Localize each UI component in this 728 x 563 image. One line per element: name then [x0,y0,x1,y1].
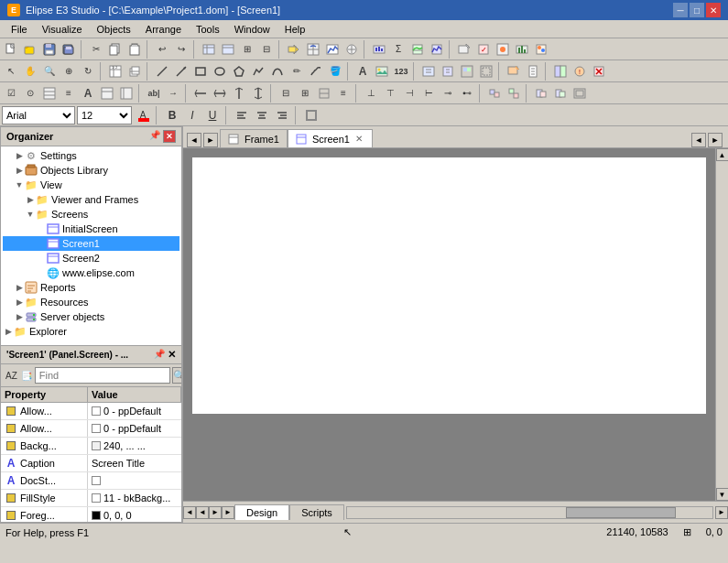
tb-r3-24[interactable] [485,84,504,103]
select-tool[interactable]: ↖ [2,62,20,81]
props-search-button[interactable]: 🔍 [172,367,182,384]
tb-btn-12[interactable] [428,40,446,59]
tb-r3-1[interactable]: ☑ [2,84,20,103]
redo-button[interactable]: ↪ [172,40,190,59]
draw-line[interactable] [153,62,171,81]
tab-scroll-left[interactable]: ◄ [691,133,706,147]
tb-btn-17[interactable] [532,40,550,59]
tb-r3-5[interactable]: A [79,84,97,103]
tb-r2-2[interactable] [419,62,438,81]
expand-resources[interactable]: ▶ [14,297,25,308]
tb-r2-5[interactable] [477,62,495,81]
expand-reports[interactable]: ▶ [14,282,25,293]
menu-window[interactable]: Window [227,22,277,37]
hscroll-left-btn[interactable]: ◄ [183,506,196,519]
tb-r3-8[interactable]: ab| [145,84,163,103]
maximize-button[interactable]: □ [690,3,704,17]
menu-help[interactable]: Help [277,22,313,37]
size-select[interactable]: 12 [77,106,132,125]
props-close[interactable]: ✕ [168,349,176,361]
menu-tools[interactable]: Tools [189,22,227,37]
tb-btn-5[interactable] [285,40,303,59]
tab-frame1[interactable]: Frame1 [220,129,288,147]
tb-btn-3[interactable]: ⊞ [238,40,256,59]
tb-r2-9[interactable]: ! [570,62,589,81]
tb-r3-21[interactable]: ⊢ [419,84,438,103]
bottom-tab-scripts[interactable]: Scripts [289,504,344,520]
font-color-btn[interactable]: A [134,106,152,125]
paste-button[interactable] [125,40,144,59]
tb-btn-7[interactable] [323,40,342,59]
tb-r2-8[interactable] [551,62,570,81]
expand-objects[interactable]: ▶ [14,165,25,176]
canvas-area[interactable] [183,148,715,501]
tb-r2-4[interactable] [458,62,476,81]
tb-r3-22[interactable]: ⊸ [439,84,457,103]
rotate-tool[interactable]: ↻ [79,62,97,81]
expand-viewer[interactable]: ▶ [25,194,36,205]
draw-rect[interactable] [191,62,210,81]
tb-btn-8[interactable] [342,40,361,59]
tb-r3-14[interactable]: ⊟ [277,84,295,103]
tb-btn-6[interactable] [304,40,322,59]
align-center[interactable] [253,106,271,125]
expand-screens[interactable]: ▼ [25,209,36,220]
hscroll-thumb[interactable] [566,507,676,518]
underline-button[interactable]: U [203,106,222,125]
tab-screen1[interactable]: Screen1 ✕ [288,129,373,147]
tree-item-reports[interactable]: ▶ Reports [3,280,179,295]
vertical-scrollbar[interactable]: ▲ ▼ [715,148,728,501]
draw-freehand[interactable] [307,62,325,81]
copy-button[interactable] [106,40,125,59]
prop-value-0[interactable]: 0 - ppDefault [88,403,181,419]
tb-r3-10[interactable] [191,84,210,103]
open-button[interactable] [21,40,39,59]
prop-value-5[interactable]: 11 - bkBackg... [88,490,181,506]
tb-r3-4[interactable]: ≡ [60,84,78,103]
draw-arrow[interactable] [172,62,190,81]
prop-value-2[interactable]: 240, ... ... [88,438,181,454]
tab-nav-left[interactable]: ◄ [187,133,201,147]
tb-r3-3[interactable] [40,84,59,103]
tb-r3-18[interactable]: ⊥ [362,84,380,103]
tree-item-explorer[interactable]: ▶ 📁 Explorer [3,324,179,339]
paint-bucket[interactable]: 🪣 [326,62,344,81]
tb-r3-6[interactable] [98,84,116,103]
tree-item-objects-library[interactable]: ▶ Objects Library [3,163,179,178]
tb-r2-6[interactable] [505,62,523,81]
tree-item-view[interactable]: ▼ 📁 View [3,178,179,192]
props-pin-icon[interactable]: 📌 [154,349,165,361]
tb-btn-1[interactable] [200,40,218,59]
tb-r2-7[interactable] [524,62,542,81]
pin-icon[interactable]: 📌 [149,130,160,143]
bottom-tab-design[interactable]: Design [234,504,289,520]
tb-btn-14[interactable]: ✓ [474,40,493,59]
prop-value-6[interactable]: 0, 0, 0 [88,507,181,522]
close-button[interactable]: ✕ [706,3,721,17]
props-sort-category[interactable]: 📑 [20,366,33,384]
tb-r3-7[interactable] [117,84,136,103]
frame-btn[interactable] [302,106,321,125]
tree-item-screen1[interactable]: Screen1 [3,236,179,251]
menu-visualize[interactable]: Visualize [35,22,90,37]
new-button[interactable] [2,40,20,59]
tab-screen1-close[interactable]: ✕ [353,134,364,145]
scroll-up-btn[interactable]: ▲ [716,148,729,161]
draw-polyline[interactable] [249,62,267,81]
expand-view[interactable]: ▼ [14,179,25,190]
tab-scroll-right[interactable]: ► [708,133,723,147]
tb-r3-13[interactable] [249,84,267,103]
hscroll-btn-4[interactable]: ► [222,506,234,519]
tb-btn-2[interactable] [219,40,237,59]
draw-pencil[interactable]: ✏ [288,62,306,81]
insert-image[interactable] [373,62,391,81]
hand-tool[interactable]: ✋ [21,62,39,81]
hscroll-btn-3[interactable]: ► [209,506,222,519]
bold-button[interactable]: B [163,106,181,125]
tb-btn-16[interactable] [513,40,531,59]
tab-nav-right[interactable]: ► [203,133,218,147]
menu-arrange[interactable]: Arrange [138,22,189,37]
tb-btn-9[interactable] [370,40,388,59]
zoom-tool[interactable]: 🔍 [40,62,59,81]
tb-r3-26[interactable] [532,84,550,103]
